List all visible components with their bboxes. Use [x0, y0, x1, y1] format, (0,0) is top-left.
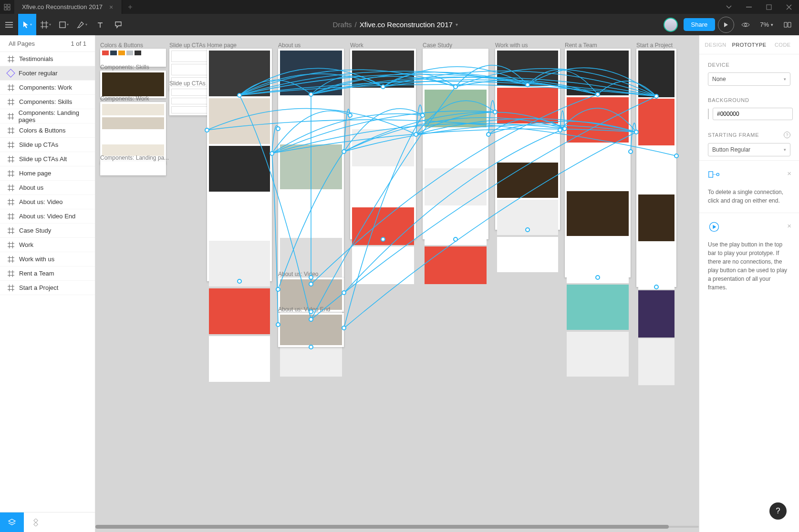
prototype-connection-node[interactable]	[309, 309, 313, 314]
layer-item[interactable]: Slide up CTAs	[0, 138, 95, 152]
artboard[interactable]	[565, 49, 631, 277]
help-button[interactable]: ?	[769, 502, 787, 520]
inspector-tab-prototype[interactable]: PROTOTYPE	[732, 35, 766, 54]
prototype-connection-node[interactable]	[453, 84, 458, 89]
prototype-connection-node[interactable]	[654, 94, 659, 99]
artboard[interactable]	[100, 161, 166, 175]
frame-label[interactable]: About us: Video End	[278, 306, 330, 313]
prototype-connection-node[interactable]	[309, 92, 313, 97]
prototype-connection-node[interactable]	[420, 113, 425, 118]
prototype-connection-node[interactable]	[562, 126, 567, 131]
prototype-connection-node[interactable]	[309, 275, 313, 280]
layer-item[interactable]: Home page	[0, 166, 95, 181]
prototype-connection-node[interactable]	[486, 132, 491, 137]
frame-label[interactable]: Work with us	[495, 42, 528, 49]
prototype-connection-node[interactable]	[674, 153, 679, 158]
frame-label[interactable]: Work	[350, 42, 363, 49]
info-icon[interactable]: ?	[784, 132, 790, 138]
artboard[interactable]	[495, 49, 560, 230]
layer-item[interactable]: Colors & Buttons	[0, 123, 95, 138]
close-tab-icon[interactable]: ×	[109, 3, 113, 11]
frame-tool[interactable]: ▾	[37, 14, 55, 35]
close-window-icon[interactable]	[779, 0, 799, 14]
prototype-connection-node[interactable]	[348, 113, 353, 118]
prototype-connection-node[interactable]	[558, 128, 562, 133]
zoom-level[interactable]: 7%▾	[757, 21, 776, 28]
prototype-connection-node[interactable]	[237, 93, 242, 98]
play-button[interactable]	[718, 17, 734, 33]
layer-item[interactable]: Case Study	[0, 224, 95, 238]
artboard[interactable]	[207, 49, 272, 281]
prototype-connection-node[interactable]	[525, 82, 530, 87]
artboard[interactable]	[350, 49, 416, 239]
menu-icon[interactable]	[0, 14, 18, 35]
frame-label[interactable]: Components: Skills	[100, 64, 149, 71]
inspector-tab-design[interactable]: DESIGN	[699, 35, 732, 54]
prototype-connection-node[interactable]	[342, 326, 346, 330]
artboard[interactable]	[278, 49, 344, 277]
frame-label[interactable]: Rent a Team	[565, 42, 597, 49]
frame-label[interactable]: Home page	[207, 42, 237, 49]
prototype-connection-node[interactable]	[414, 132, 418, 137]
text-tool[interactable]	[91, 14, 109, 35]
frame-label[interactable]: Start a Project	[636, 42, 673, 49]
prototype-connection-node[interactable]	[628, 149, 633, 154]
file-name[interactable]: Xfive.co Reconstruction 2017	[360, 20, 453, 29]
prototype-connection-node[interactable]	[270, 151, 274, 156]
prototype-connection-node[interactable]	[595, 275, 600, 280]
prototype-connection-node[interactable]	[595, 92, 600, 97]
prototype-connection-node[interactable]	[525, 227, 530, 232]
layer-item[interactable]: Components: Skills	[0, 95, 95, 109]
layer-item[interactable]: Testimonials	[0, 52, 95, 66]
frame-label[interactable]: Slide up CTAs	[169, 42, 206, 49]
library-icon[interactable]	[779, 21, 796, 28]
prototype-connection-node[interactable]	[634, 130, 639, 134]
user-avatar[interactable]	[664, 18, 678, 32]
chevron-down-icon[interactable]	[719, 0, 739, 14]
layer-item[interactable]: Footer regular	[0, 66, 95, 81]
minimize-icon[interactable]	[739, 0, 759, 14]
layer-item[interactable]: Rent a Team	[0, 266, 95, 281]
background-input[interactable]	[713, 108, 793, 120]
prototype-connection-node[interactable]	[654, 285, 659, 289]
layers-tab-icon[interactable]	[0, 512, 24, 532]
artboard[interactable]	[636, 49, 676, 287]
canvas[interactable]: Colors & ButtonsComponents: SkillsCompon…	[95, 35, 699, 532]
chevron-down-icon[interactable]: ▾	[456, 22, 458, 27]
background-swatch[interactable]	[708, 109, 709, 119]
layer-item[interactable]: Work	[0, 238, 95, 252]
layer-item[interactable]: About us: Video End	[0, 209, 95, 224]
new-tab-button[interactable]: +	[122, 3, 138, 11]
preview-icon[interactable]	[737, 22, 754, 28]
prototype-connection-node[interactable]	[342, 149, 346, 154]
artboard[interactable]	[423, 49, 488, 239]
layer-item[interactable]: About us: Video	[0, 195, 95, 209]
device-select[interactable]: None ▾	[708, 72, 790, 86]
inspector-tab-code[interactable]: CODE	[767, 35, 799, 54]
app-grid-icon[interactable]	[0, 0, 14, 14]
close-icon[interactable]: ×	[787, 168, 791, 179]
move-tool[interactable]: ▾	[18, 14, 36, 35]
frame-label[interactable]: Components: Landing pa...	[100, 154, 169, 161]
prototype-connection-node[interactable]	[381, 84, 385, 89]
prototype-connection-node[interactable]	[205, 128, 209, 133]
prototype-connection-node[interactable]	[342, 290, 346, 295]
document-tab[interactable]: Xfive.co Reconstruction 2017 ×	[14, 0, 122, 14]
horizontal-scrollbar[interactable]	[95, 524, 699, 529]
pen-tool[interactable]: ▾	[73, 14, 91, 35]
prototype-connection-node[interactable]	[453, 237, 458, 242]
layer-item[interactable]: Slide up CTAs Alt	[0, 152, 95, 166]
artboard[interactable]	[100, 71, 166, 98]
close-icon[interactable]: ×	[787, 221, 791, 232]
prototype-connection-node[interactable]	[493, 110, 498, 114]
prototype-connection-node[interactable]	[237, 279, 242, 284]
frame-label[interactable]: Case Study	[423, 42, 452, 49]
shape-tool[interactable]: ▾	[55, 14, 73, 35]
layer-item[interactable]: About us	[0, 181, 95, 195]
components-tab-icon[interactable]	[24, 512, 48, 532]
frame-label[interactable]: Components: Work	[100, 95, 149, 102]
layer-item[interactable]: Components: Landing pages	[0, 109, 95, 123]
breadcrumb-root[interactable]: Drafts	[333, 20, 352, 29]
frame-label[interactable]: Colors & Buttons	[100, 42, 143, 49]
prototype-connection-node[interactable]	[309, 345, 313, 349]
